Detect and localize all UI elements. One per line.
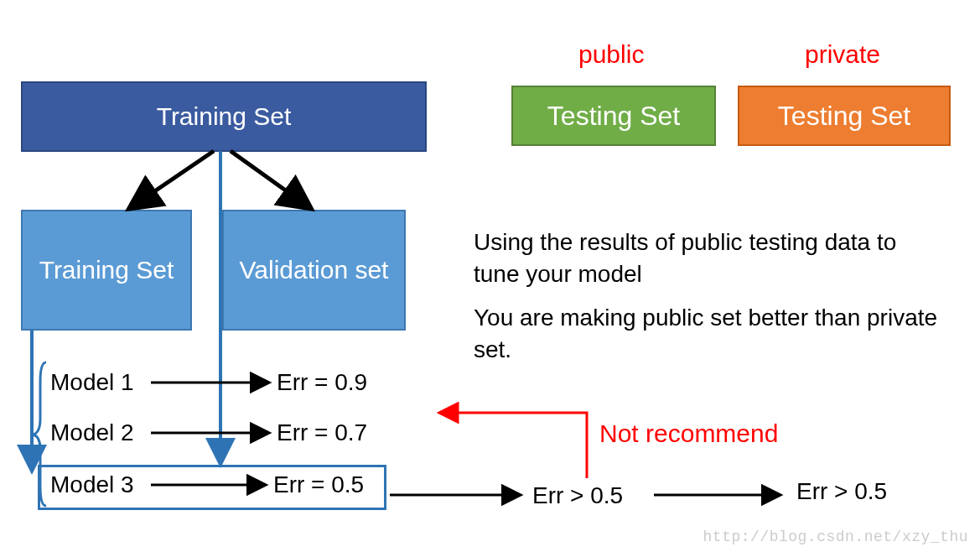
err-1-label: Err = 0.9: [277, 369, 367, 396]
training-set-sub-box: Training Set: [21, 210, 192, 331]
validation-set-box: Validation set: [222, 210, 406, 331]
body-text-1: Using the results of public testing data…: [474, 227, 943, 290]
err-2-label: Err = 0.7: [277, 419, 367, 446]
not-recommend-label: Not recommend: [599, 419, 778, 448]
arrow-feedback-icon: [440, 413, 587, 478]
body-text-2: You are making public set better than pr…: [474, 302, 943, 366]
watermark: http://blog.csdn.net/xzy_thu: [703, 529, 968, 545]
selected-model-outline: [38, 465, 386, 510]
arrow-split-left-icon: [130, 151, 214, 208]
arrow-split-right-icon: [231, 151, 310, 208]
model-1-label: Model 1: [50, 369, 134, 396]
model-2-label: Model 2: [50, 419, 134, 446]
err-public-label: Err > 0.5: [532, 482, 623, 509]
public-label: public: [578, 40, 644, 69]
testing-set-public-box: Testing Set: [511, 86, 716, 146]
training-set-main-box: Training Set: [21, 81, 427, 152]
testing-set-private-box: Testing Set: [738, 86, 951, 146]
private-label: private: [805, 40, 880, 69]
err-private-label: Err > 0.5: [796, 478, 887, 505]
